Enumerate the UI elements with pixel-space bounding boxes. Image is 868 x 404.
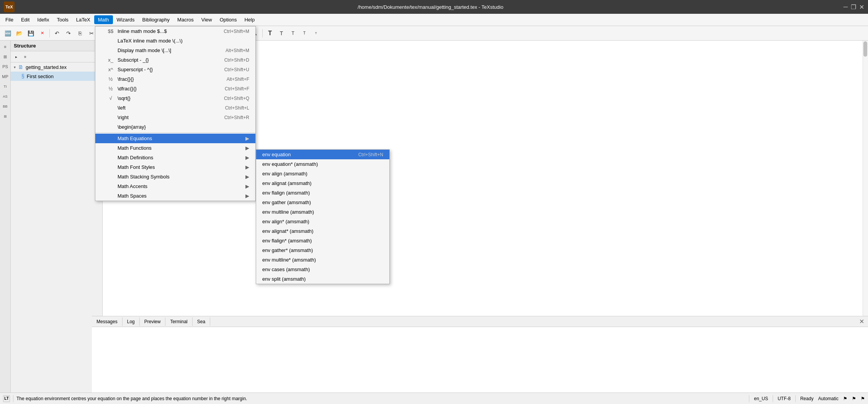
save-all-button[interactable]: ✕ [37,28,47,39]
sub-item-shortcut: Ctrl+Shift+N [358,152,383,157]
left-icon-3[interactable]: PS [1,62,10,71]
tree-item-section[interactable]: § First section [11,72,102,81]
menu-right[interactable]: \right Ctrl+Shift+R [95,113,255,122]
left-icon-2[interactable]: ⊞ [1,52,10,61]
app-icon: TeX [4,2,15,12]
menu-sqrt[interactable]: √ \sqrt{} Ctrl+Shift+Q [95,93,255,103]
menu-item-idefix[interactable]: Idefix [33,15,53,24]
sub-env-equation[interactable]: env equation Ctrl+Shift+N [256,150,389,159]
menu-item-edit[interactable]: Edit [17,15,33,24]
left-icon-1[interactable]: ≡ [1,42,10,51]
menu-item-view[interactable]: View [198,15,216,24]
sub-env-flalign-star[interactable]: env flalign* (amsmath) [256,236,389,245]
open-button[interactable]: 📂 [14,28,25,39]
menu-math-stacking[interactable]: Math Stacking Symbols ▶ [95,172,255,182]
menu-begin-array[interactable]: \begin{array} [95,122,255,132]
menu-display-math[interactable]: Display math mode \[...\] Alt+Shift+M [95,46,255,55]
sub-item-label: env split (amsmath) [262,276,306,282]
menu-item-tools[interactable]: Tools [53,15,72,24]
sub-env-align-star[interactable]: env align* (amsmath) [256,217,389,226]
menu-left[interactable]: \left Ctrl+Shift+L [95,103,255,113]
sub-env-gather[interactable]: env gather (amsmath) [256,198,389,207]
restore-button[interactable]: ❐ [851,3,856,11]
menu-inline-math[interactable]: $$ Inline math mode $...$ Ctrl+Shift+M [95,26,255,36]
sub-env-cases[interactable]: env cases (amsmath) [256,265,389,274]
sub-env-multline-star[interactable]: env multline* (amsmath) [256,255,389,265]
sub-item-label: env flalign (amsmath) [262,190,310,196]
dfrac-icon: ½ [107,86,114,92]
menu-frac[interactable]: ½ \frac{}{} Alt+Shift+F [95,74,255,84]
sidebar: Structure ▸ ≡ ▾ 🗎 getting_started.tex § … [11,41,103,393]
submenu-arrow: ▶ [245,136,249,141]
left-icon-6[interactable]: AS [1,92,10,101]
sub-env-align[interactable]: env align (amsmath) [256,169,389,178]
sub-env-flalign[interactable]: env flalign (amsmath) [256,188,389,198]
tab-preview[interactable]: Preview [140,317,166,326]
status-icon-1: LT [3,395,10,402]
tab-terminal[interactable]: Terminal [165,317,192,326]
menu-subscript[interactable]: x_ Subscript - _{} Ctrl+Shift+D [95,55,255,65]
menu-item-label: Math Functions [118,145,152,151]
left-icon-7[interactable]: BB [1,102,10,111]
sub-env-alignat[interactable]: env alignat (amsmath) [256,178,389,188]
sub-env-equation-star[interactable]: env equation* (amsmath) [256,159,389,169]
menu-latex-inline[interactable]: LaTeX inline math mode \(...\) [95,36,255,46]
save-button[interactable]: 💾 [25,28,36,39]
menu-math-font[interactable]: Math Font Styles ▶ [95,162,255,172]
minimize-button[interactable]: ─ [843,3,848,10]
menu-item-file[interactable]: File [2,15,17,24]
menu-math-spaces[interactable]: Math Spaces ▶ [95,191,255,201]
text-size-1[interactable]: T [265,28,275,39]
equations-submenu: env equation Ctrl+Shift+N env equation* … [256,149,390,284]
tab-search[interactable]: Sea [193,317,210,326]
menu-superscript[interactable]: x^ Superscript - ^{} Ctrl+Shift+U [95,65,255,74]
bottom-close-button[interactable]: ✕ [857,318,866,325]
menu-item-latex[interactable]: LaTeX [72,15,94,24]
menu-item-label: \begin{array} [118,124,146,130]
sub-env-split[interactable]: env split (amsmath) [256,274,389,284]
sub-env-alignat-star[interactable]: env alignat* (amsmath) [256,226,389,236]
left-icon-8[interactable]: ⊞ [1,112,10,121]
left-icon-4[interactable]: MP [1,72,10,81]
text-size-3[interactable]: T [288,28,298,39]
copy-button[interactable]: ⎘ [75,28,85,39]
menu-item-label: \frac{}{} [118,76,134,82]
menu-item-bibliography[interactable]: Bibliography [139,15,174,24]
text-size-5[interactable]: T [311,28,321,39]
menu-item-math[interactable]: Math [94,15,113,24]
left-icon-5[interactable]: TI [1,82,10,91]
sidebar-btn-1[interactable]: ▸ [12,52,20,61]
close-button[interactable]: ✕ [859,3,864,11]
editor-scrollbar-thumb[interactable] [863,41,867,57]
redo-button[interactable]: ↷ [63,28,74,39]
tab-log[interactable]: Log [123,317,140,326]
sqrt-icon: √ [107,95,114,101]
menu-item-wizards[interactable]: Wizards [113,15,139,24]
tree-item-file[interactable]: ▾ 🗎 getting_started.tex [11,62,102,72]
sub-env-gather-star[interactable]: env gather* (amsmath) [256,245,389,255]
menu-item-help[interactable]: Help [240,15,258,24]
section-icon: § [21,73,25,79]
submenu-arrow-7: ▶ [245,193,249,199]
text-size-2[interactable]: T [276,28,287,39]
new-button[interactable]: 🆕 [2,28,13,39]
menu-item-macros[interactable]: Macros [173,15,198,24]
menu-item-options[interactable]: Options [216,15,241,24]
statusbar: LT The equation environment centres your… [0,393,868,404]
sub-env-multline[interactable]: env multline (amsmath) [256,207,389,217]
menu-item-shortcut: Ctrl+Shift+Q [224,96,249,101]
undo-button[interactable]: ↶ [52,28,62,39]
tab-messages[interactable]: Messages [92,317,123,326]
menu-math-accents[interactable]: Math Accents ▶ [95,182,255,191]
status-right: en_US UTF-8 Ready Automatic ⚑ ⚑ ⚑ [749,395,865,402]
sub-item-label: env gather (amsmath) [262,200,311,205]
menu-math-definitions[interactable]: Math Definitions ▶ [95,153,255,162]
sub-item-label: env align (amsmath) [262,171,307,177]
sidebar-btn-2[interactable]: ≡ [21,52,29,61]
menu-dfrac[interactable]: ½ \dfrac{}{} Ctrl+Shift+F [95,84,255,93]
text-size-4[interactable]: T [299,28,310,39]
menu-math-functions[interactable]: Math Functions ▶ [95,143,255,153]
menu-math-equations[interactable]: Math Equations ▶ [95,134,255,143]
status-flag-2: ⚑ [852,396,856,401]
menu-item-shortcut: Ctrl+Shift+D [224,57,249,63]
